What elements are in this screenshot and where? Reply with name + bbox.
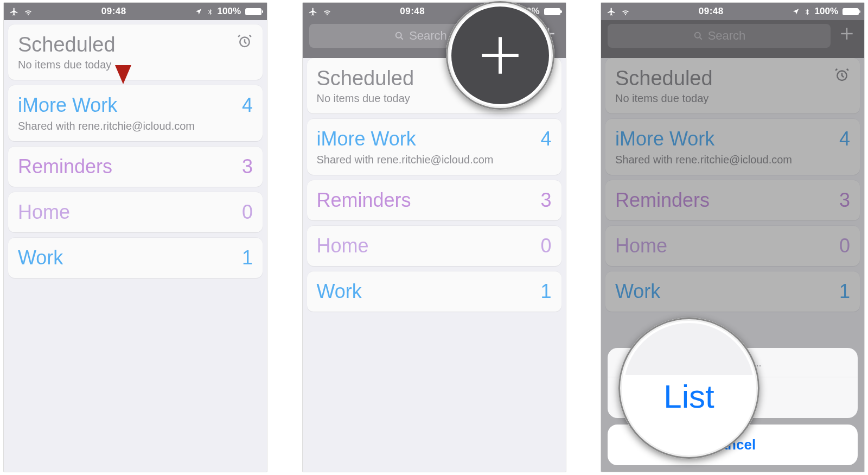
status-bar: 09:48 100% — [4, 3, 267, 20]
list-title: Home — [317, 235, 369, 257]
list-card-work[interactable]: Work 1 — [605, 271, 860, 312]
add-button[interactable] — [538, 25, 559, 47]
location-icon — [792, 7, 800, 16]
wifi-icon — [621, 7, 630, 16]
list-card-reminders[interactable]: Reminders 3 — [307, 180, 561, 220]
list-title: Home — [615, 235, 667, 257]
list-count: 0 — [242, 201, 253, 224]
alarm-clock-icon — [834, 67, 850, 83]
list-count: 0 — [540, 235, 551, 257]
list-card-home[interactable]: Home 0 — [307, 226, 561, 266]
list-title: Home — [18, 201, 70, 224]
list-count: 3 — [242, 155, 253, 178]
bluetooth-icon — [505, 7, 512, 16]
svg-point-3 — [694, 33, 700, 38]
search-icon — [394, 30, 405, 41]
svg-point-1 — [396, 33, 401, 38]
airplane-mode-icon — [607, 7, 616, 16]
action-sheet-cancel[interactable]: Cancel — [608, 425, 858, 465]
list-shared-with: Shared with rene.ritchie@icloud.com — [317, 154, 552, 166]
list-count: 1 — [839, 280, 850, 303]
scheduled-title: Scheduled — [615, 67, 713, 90]
list-count: 1 — [242, 246, 253, 269]
battery-pct: 100% — [815, 6, 838, 17]
list-count: 4 — [540, 128, 551, 150]
list-card-work[interactable]: Work 1 — [307, 271, 561, 312]
screen-reminders-home: 09:48 100% Scheduled No items due today — [3, 2, 267, 472]
scheduled-card[interactable]: Scheduled No items due today — [307, 58, 561, 113]
list-card-imore-work[interactable]: iMore Work 4 Shared with rene.ritchie@ic… — [8, 85, 263, 141]
scheduled-subtitle: No items due today — [18, 59, 116, 71]
list-title: Reminders — [18, 155, 112, 178]
scheduled-card[interactable]: Scheduled No items due today — [8, 24, 263, 80]
list-count: 3 — [839, 189, 850, 212]
search-placeholder: Search — [409, 29, 447, 43]
status-time: 09:48 — [400, 6, 425, 17]
list-card-imore-work[interactable]: iMore Work 4 Shared with rene.ritchie@ic… — [605, 119, 860, 175]
airplane-mode-icon — [9, 7, 19, 16]
battery-pct: 100% — [516, 6, 539, 17]
list-card-reminders[interactable]: Reminders 3 — [8, 147, 263, 187]
scheduled-title: Scheduled — [317, 67, 414, 90]
list-card-imore-work[interactable]: iMore Work 4 Shared with rene.ritchie@ic… — [307, 119, 561, 175]
list-shared-with: Shared with rene.ritchie@icloud.com — [18, 120, 253, 132]
battery-icon — [544, 8, 560, 15]
location-icon — [195, 7, 202, 16]
battery-pct: 100% — [218, 6, 241, 17]
list-title: Work — [18, 246, 63, 269]
search-input[interactable]: Search — [608, 24, 831, 48]
search-input[interactable]: Search — [309, 24, 532, 48]
list-title: Work — [317, 280, 362, 303]
list-count: 4 — [839, 128, 850, 150]
scheduled-subtitle: No items due today — [615, 92, 713, 105]
search-placeholder: Search — [708, 29, 746, 43]
list-card-home[interactable]: Home 0 — [605, 226, 860, 266]
alarm-clock-icon — [535, 67, 552, 83]
location-icon — [493, 7, 501, 16]
search-icon — [693, 30, 704, 41]
wifi-icon — [23, 7, 33, 16]
bluetooth-icon — [804, 7, 810, 16]
status-bar: 09:48 100% — [601, 3, 864, 20]
list-shared-with: Shared with rene.ritchie@icloud.com — [615, 154, 850, 166]
scheduled-title: Scheduled — [18, 33, 116, 56]
list-title: Reminders — [317, 189, 411, 212]
battery-icon — [245, 8, 261, 15]
battery-icon — [843, 8, 859, 15]
scheduled-card[interactable]: Scheduled No items due today — [605, 58, 860, 113]
scheduled-subtitle: No items due today — [317, 92, 414, 105]
list-card-home[interactable]: Home 0 — [8, 192, 263, 232]
list-title: iMore Work — [18, 94, 117, 117]
list-card-reminders[interactable]: Reminders 3 — [605, 180, 860, 220]
status-bar: 09:48 100% — [303, 3, 566, 20]
list-title: Reminders — [615, 189, 710, 212]
airplane-mode-icon — [308, 7, 318, 16]
bluetooth-icon — [207, 7, 213, 16]
list-count: 1 — [540, 280, 551, 303]
status-time: 09:48 — [101, 6, 126, 17]
screen-reminders-search: 09:48 100% Search Scheduled — [302, 2, 566, 472]
status-time: 09:48 — [699, 6, 724, 17]
list-title: iMore Work — [615, 128, 714, 150]
wifi-icon — [322, 7, 332, 16]
list-count: 0 — [839, 235, 850, 257]
list-count: 3 — [540, 189, 551, 212]
list-title: Work — [615, 280, 660, 303]
action-sheet-create-new: Create new... List Cancel — [608, 348, 858, 465]
list-title: iMore Work — [317, 128, 416, 150]
screen-reminders-action-sheet: 09:48 100% Search Scheduled — [601, 2, 865, 472]
list-count: 4 — [242, 94, 253, 117]
alarm-clock-icon — [237, 33, 253, 49]
list-card-work[interactable]: Work 1 — [8, 238, 263, 278]
action-sheet-title: Create new... — [608, 348, 858, 377]
add-button[interactable] — [836, 25, 858, 47]
action-sheet-option-list[interactable]: List — [608, 377, 858, 418]
